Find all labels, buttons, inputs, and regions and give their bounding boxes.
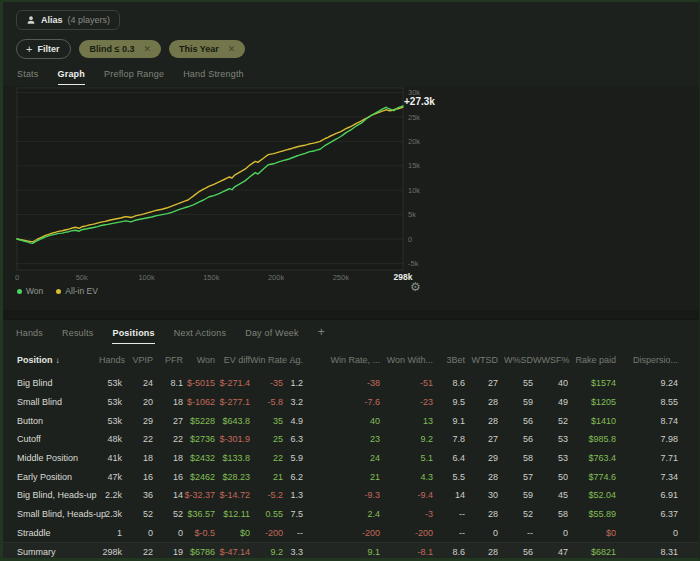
column-header-wtsd[interactable]: WTSD xyxy=(465,355,498,365)
table-row[interactable]: Cutoff48k2222$2736$-301.9256.3239.27.827… xyxy=(3,430,699,449)
table-cell: $-277.1 xyxy=(215,397,250,407)
x-axis-tick: 200k xyxy=(268,273,285,282)
table-body: Big Blind53k248.1$-5015$-271.4-351.2-38-… xyxy=(3,374,699,561)
table-cell: 29 xyxy=(122,416,153,426)
table-cell: $-5015 xyxy=(183,378,215,388)
table-cell: 8.55 xyxy=(616,397,678,407)
position-label: Small Blind, Heads-up xyxy=(17,509,99,519)
table-cell: 56 xyxy=(498,434,533,444)
tab-stats[interactable]: Stats xyxy=(17,69,39,85)
table-cell: 24 xyxy=(122,378,153,388)
table-cell: 7.34 xyxy=(616,472,678,482)
tab-hands[interactable]: Hands xyxy=(16,328,43,344)
stats-table-section: HandsResultsPositionsNext ActionsDay of … xyxy=(3,320,699,561)
table-row[interactable]: Straddle100$-0.5$0-200---200-200--0--0$0… xyxy=(3,524,699,543)
table-row[interactable]: Early Position47k1616$2462$28.23216.2214… xyxy=(3,467,699,486)
tab-day-of-week[interactable]: Day of Week xyxy=(245,328,299,344)
column-header-wwsf%[interactable]: WWSF% xyxy=(533,355,568,365)
table-cell: $36.57 xyxy=(183,509,215,519)
table-cell: 53 xyxy=(533,434,568,444)
table-cell: 53k xyxy=(99,378,122,388)
close-icon[interactable]: ✕ xyxy=(228,45,236,53)
legend-item-all-in-ev[interactable]: All-in EV xyxy=(56,286,98,296)
table-cell: 59 xyxy=(498,490,533,500)
alias-chip[interactable]: Alias (4 players) xyxy=(16,10,120,30)
table-cell: 9.2 xyxy=(380,434,433,444)
table-cell: 0 xyxy=(533,528,568,538)
table-cell: 21 xyxy=(303,472,380,482)
table-cell: 5.9 xyxy=(283,453,303,463)
table-cell: -23 xyxy=(380,397,433,407)
column-header-won-with[interactable]: Won With... xyxy=(380,355,433,365)
legend-label: Won xyxy=(26,286,43,296)
position-label: Button xyxy=(17,416,99,426)
tab-hand-strength[interactable]: Hand Strength xyxy=(183,69,244,85)
position-label: Cutoff xyxy=(17,434,99,444)
table-cell: 35 xyxy=(250,416,283,426)
tab-graph[interactable]: Graph xyxy=(58,69,86,85)
column-header-3bet[interactable]: 3Bet xyxy=(433,355,465,365)
close-icon[interactable]: ✕ xyxy=(143,45,151,53)
y-axis-tick: 5k xyxy=(408,210,416,219)
column-header-rake-paid[interactable]: Rake paid xyxy=(568,355,616,365)
tab-positions[interactable]: Positions xyxy=(112,328,154,344)
table-cell: 53k xyxy=(99,416,122,426)
table-cell: 5.5 xyxy=(433,472,465,482)
table-cell: $763.4 xyxy=(568,453,616,463)
filter-chip[interactable]: Blind ≤ 0.3✕ xyxy=(79,40,161,58)
column-header-win-rate[interactable]: Win Rate ... xyxy=(250,355,283,365)
table-row[interactable]: Button53k2927$5228$643.8354.940139.12856… xyxy=(3,411,699,430)
filter-bar: + Filter Blind ≤ 0.3✕This Year✕ xyxy=(3,38,699,59)
plus-icon: + xyxy=(26,45,32,53)
column-header-ev-diff[interactable]: EV diff xyxy=(215,355,250,365)
tab-next-actions[interactable]: Next Actions xyxy=(174,328,226,344)
table-row[interactable]: Small Blind53k2018$-1062$-277.1-5.83.2-7… xyxy=(3,393,699,412)
column-header-won[interactable]: Won xyxy=(183,355,215,365)
table-row[interactable]: Big Blind, Heads-up2.2k3614$-32.37$-14.7… xyxy=(3,486,699,505)
column-header-w%sd[interactable]: W%SD xyxy=(498,355,533,365)
tab-preflop-range[interactable]: Preflop Range xyxy=(104,69,164,85)
table-cell: 7.98 xyxy=(616,434,678,444)
table-cell: 24 xyxy=(303,453,380,463)
position-label: Big Blind xyxy=(17,378,99,388)
add-filter-button[interactable]: + Filter xyxy=(16,39,71,59)
table-row[interactable]: Small Blind, Heads-up2.3k5252$36.57$12.1… xyxy=(3,505,699,524)
table-cell: 22 xyxy=(122,434,153,444)
table-row[interactable]: Big Blind53k248.1$-5015$-271.4-351.2-38-… xyxy=(3,374,699,393)
table-cell: 47 xyxy=(533,547,568,557)
legend-item-won[interactable]: Won xyxy=(17,286,43,296)
table-cell: 8.74 xyxy=(616,416,678,426)
x-axis-tick: 250k xyxy=(333,273,350,282)
table-cell: 0 xyxy=(122,528,153,538)
summary-row[interactable]: Summary298k2219$6786$-47.149.23.39.1-8.1… xyxy=(3,542,699,561)
column-header-vpip[interactable]: VPIP xyxy=(122,355,153,365)
column-header-dispersio[interactable]: Dispersio... xyxy=(616,355,678,365)
table-cell: 9.2 xyxy=(250,547,283,557)
tab-results[interactable]: Results xyxy=(62,328,93,344)
table-cell: -200 xyxy=(380,528,433,538)
table-cell: $-271.4 xyxy=(215,378,250,388)
column-header-position[interactable]: Position↓ xyxy=(17,355,99,365)
table-cell: 6.3 xyxy=(283,434,303,444)
filter-chip[interactable]: This Year✕ xyxy=(169,40,245,58)
add-tab-button[interactable]: + xyxy=(318,328,325,344)
table-cell: $52.04 xyxy=(568,490,616,500)
table-header-row: Position↓HandsVPIPPFRWonEV diffWin Rate … xyxy=(3,351,699,369)
column-header-win-rate[interactable]: Win Rate, ... xyxy=(303,355,380,365)
column-header-pfr[interactable]: PFR xyxy=(153,355,183,365)
top-bar: Alias (4 players) xyxy=(3,2,699,30)
table-cell: 2.2k xyxy=(99,490,122,500)
chart-settings-gear-icon[interactable]: ⚙ xyxy=(410,281,421,293)
table-cell: 1.3 xyxy=(283,490,303,500)
table-cell: 20 xyxy=(122,397,153,407)
table-cell: 40 xyxy=(533,378,568,388)
table-cell: 8.6 xyxy=(433,547,465,557)
column-header-hands[interactable]: Hands xyxy=(99,355,122,365)
table-row[interactable]: Middle Position41k1818$2432$133.8225.924… xyxy=(3,449,699,468)
table-cell: -7.6 xyxy=(303,397,380,407)
column-header-ag[interactable]: Ag. xyxy=(283,355,303,365)
x-axis-tick: 100k xyxy=(138,273,155,282)
filter-chip-label: Blind ≤ 0.3 xyxy=(89,44,134,54)
table-cell: 28 xyxy=(465,547,498,557)
table-cell: 2.4 xyxy=(303,509,380,519)
